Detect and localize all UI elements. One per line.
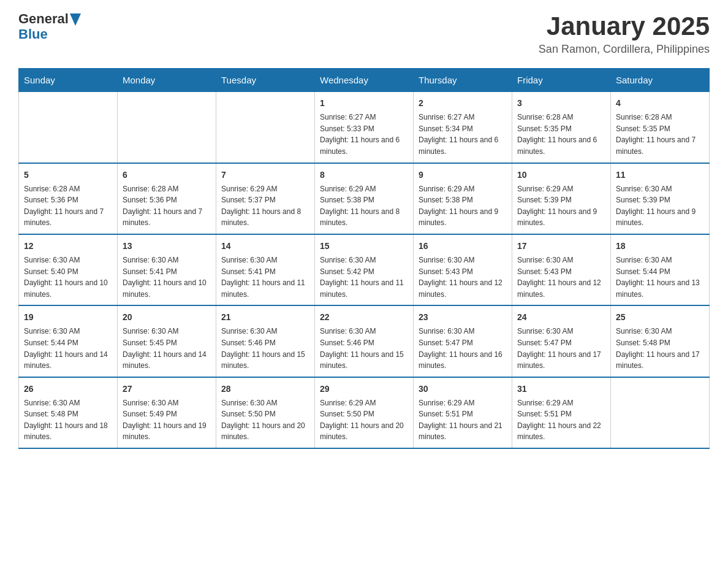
header-day-thursday: Thursday <box>414 69 512 92</box>
day-number: 15 <box>320 240 408 253</box>
calendar-cell: 13Sunrise: 6:30 AM Sunset: 5:41 PM Dayli… <box>118 234 216 305</box>
day-info: Sunrise: 6:29 AM Sunset: 5:51 PM Dayligh… <box>419 397 507 443</box>
header-row: SundayMondayTuesdayWednesdayThursdayFrid… <box>19 69 710 92</box>
day-number: 1 <box>320 97 408 110</box>
day-info: Sunrise: 6:30 AM Sunset: 5:46 PM Dayligh… <box>221 326 309 371</box>
calendar-cell: 8Sunrise: 6:29 AM Sunset: 5:38 PM Daylig… <box>315 163 414 234</box>
header-day-saturday: Saturday <box>611 69 710 92</box>
day-info: Sunrise: 6:27 AM Sunset: 5:33 PM Dayligh… <box>320 112 408 157</box>
calendar-cell: 5Sunrise: 6:28 AM Sunset: 5:36 PM Daylig… <box>19 163 118 234</box>
day-info: Sunrise: 6:29 AM Sunset: 5:39 PM Dayligh… <box>517 183 605 229</box>
day-number: 22 <box>320 311 408 324</box>
calendar-header: SundayMondayTuesdayWednesdayThursdayFrid… <box>19 69 710 92</box>
calendar-cell <box>19 92 118 163</box>
calendar-cell: 11Sunrise: 6:30 AM Sunset: 5:39 PM Dayli… <box>611 163 710 234</box>
calendar-cell: 15Sunrise: 6:30 AM Sunset: 5:42 PM Dayli… <box>315 234 414 305</box>
day-number: 28 <box>221 383 309 396</box>
day-number: 19 <box>24 311 112 324</box>
day-info: Sunrise: 6:30 AM Sunset: 5:40 PM Dayligh… <box>24 255 112 300</box>
calendar-cell: 26Sunrise: 6:30 AM Sunset: 5:48 PM Dayli… <box>19 377 118 448</box>
day-info: Sunrise: 6:30 AM Sunset: 5:49 PM Dayligh… <box>123 397 211 443</box>
day-info: Sunrise: 6:29 AM Sunset: 5:38 PM Dayligh… <box>419 183 507 229</box>
day-info: Sunrise: 6:29 AM Sunset: 5:50 PM Dayligh… <box>320 397 408 443</box>
day-info: Sunrise: 6:30 AM Sunset: 5:47 PM Dayligh… <box>419 326 507 371</box>
day-info: Sunrise: 6:30 AM Sunset: 5:50 PM Dayligh… <box>221 397 309 443</box>
calendar-table: SundayMondayTuesdayWednesdayThursdayFrid… <box>18 68 710 449</box>
calendar-cell: 4Sunrise: 6:28 AM Sunset: 5:35 PM Daylig… <box>611 92 710 163</box>
calendar-cell: 23Sunrise: 6:30 AM Sunset: 5:47 PM Dayli… <box>414 305 512 377</box>
day-info: Sunrise: 6:30 AM Sunset: 5:44 PM Dayligh… <box>616 255 704 300</box>
day-info: Sunrise: 6:28 AM Sunset: 5:35 PM Dayligh… <box>616 112 704 157</box>
day-info: Sunrise: 6:30 AM Sunset: 5:46 PM Dayligh… <box>320 326 408 371</box>
day-info: Sunrise: 6:28 AM Sunset: 5:36 PM Dayligh… <box>24 183 112 229</box>
calendar-cell: 9Sunrise: 6:29 AM Sunset: 5:38 PM Daylig… <box>414 163 512 234</box>
calendar-cell: 17Sunrise: 6:30 AM Sunset: 5:43 PM Dayli… <box>512 234 611 305</box>
day-info: Sunrise: 6:30 AM Sunset: 5:41 PM Dayligh… <box>123 255 211 300</box>
page-header: General Blue January 2025 San Ramon, Cor… <box>18 12 710 56</box>
header-day-friday: Friday <box>512 69 611 92</box>
day-number: 8 <box>320 169 408 182</box>
day-info: Sunrise: 6:28 AM Sunset: 5:35 PM Dayligh… <box>517 112 605 157</box>
week-row-2: 5Sunrise: 6:28 AM Sunset: 5:36 PM Daylig… <box>19 163 710 234</box>
day-number: 6 <box>123 169 211 182</box>
day-number: 5 <box>24 169 112 182</box>
day-info: Sunrise: 6:28 AM Sunset: 5:36 PM Dayligh… <box>123 183 211 229</box>
day-number: 11 <box>616 169 704 182</box>
day-number: 2 <box>419 97 507 110</box>
day-info: Sunrise: 6:27 AM Sunset: 5:34 PM Dayligh… <box>419 112 507 157</box>
day-number: 18 <box>616 240 704 253</box>
calendar-cell: 12Sunrise: 6:30 AM Sunset: 5:40 PM Dayli… <box>19 234 118 305</box>
calendar-body: 1Sunrise: 6:27 AM Sunset: 5:33 PM Daylig… <box>19 92 710 448</box>
day-number: 20 <box>123 311 211 324</box>
week-row-5: 26Sunrise: 6:30 AM Sunset: 5:48 PM Dayli… <box>19 377 710 448</box>
logo-blue: Blue <box>18 26 48 42</box>
header-day-monday: Monday <box>118 69 216 92</box>
calendar-cell: 29Sunrise: 6:29 AM Sunset: 5:50 PM Dayli… <box>315 377 414 448</box>
title-section: January 2025 San Ramon, Cordillera, Phil… <box>539 12 710 56</box>
header-day-sunday: Sunday <box>19 69 118 92</box>
day-info: Sunrise: 6:30 AM Sunset: 5:43 PM Dayligh… <box>517 255 605 300</box>
day-number: 9 <box>419 169 507 182</box>
logo: General Blue <box>18 12 81 41</box>
calendar-cell: 22Sunrise: 6:30 AM Sunset: 5:46 PM Dayli… <box>315 305 414 377</box>
day-info: Sunrise: 6:29 AM Sunset: 5:38 PM Dayligh… <box>320 183 408 229</box>
calendar-cell: 2Sunrise: 6:27 AM Sunset: 5:34 PM Daylig… <box>414 92 512 163</box>
week-row-4: 19Sunrise: 6:30 AM Sunset: 5:44 PM Dayli… <box>19 305 710 377</box>
calendar-cell <box>611 377 710 448</box>
calendar-cell: 31Sunrise: 6:29 AM Sunset: 5:51 PM Dayli… <box>512 377 611 448</box>
day-info: Sunrise: 6:30 AM Sunset: 5:45 PM Dayligh… <box>123 326 211 371</box>
day-number: 21 <box>221 311 309 324</box>
day-number: 17 <box>517 240 605 253</box>
day-info: Sunrise: 6:30 AM Sunset: 5:41 PM Dayligh… <box>221 255 309 300</box>
day-info: Sunrise: 6:30 AM Sunset: 5:47 PM Dayligh… <box>517 326 605 371</box>
calendar-cell: 24Sunrise: 6:30 AM Sunset: 5:47 PM Dayli… <box>512 305 611 377</box>
day-number: 27 <box>123 383 211 396</box>
calendar-cell: 18Sunrise: 6:30 AM Sunset: 5:44 PM Dayli… <box>611 234 710 305</box>
calendar-cell: 7Sunrise: 6:29 AM Sunset: 5:37 PM Daylig… <box>216 163 315 234</box>
calendar-cell: 30Sunrise: 6:29 AM Sunset: 5:51 PM Dayli… <box>414 377 512 448</box>
day-number: 29 <box>320 383 408 396</box>
calendar-cell: 27Sunrise: 6:30 AM Sunset: 5:49 PM Dayli… <box>118 377 216 448</box>
day-number: 13 <box>123 240 211 253</box>
calendar-cell <box>118 92 216 163</box>
calendar-cell: 16Sunrise: 6:30 AM Sunset: 5:43 PM Dayli… <box>414 234 512 305</box>
calendar-cell: 25Sunrise: 6:30 AM Sunset: 5:48 PM Dayli… <box>611 305 710 377</box>
logo-general: General <box>18 11 69 26</box>
day-number: 7 <box>221 169 309 182</box>
calendar-cell: 6Sunrise: 6:28 AM Sunset: 5:36 PM Daylig… <box>118 163 216 234</box>
header-day-tuesday: Tuesday <box>216 69 315 92</box>
week-row-3: 12Sunrise: 6:30 AM Sunset: 5:40 PM Dayli… <box>19 234 710 305</box>
logo-arrow-icon <box>70 13 81 26</box>
day-number: 10 <box>517 169 605 182</box>
calendar-cell: 28Sunrise: 6:30 AM Sunset: 5:50 PM Dayli… <box>216 377 315 448</box>
calendar-cell: 19Sunrise: 6:30 AM Sunset: 5:44 PM Dayli… <box>19 305 118 377</box>
calendar-cell: 3Sunrise: 6:28 AM Sunset: 5:35 PM Daylig… <box>512 92 611 163</box>
day-number: 12 <box>24 240 112 253</box>
day-number: 25 <box>616 311 704 324</box>
day-info: Sunrise: 6:30 AM Sunset: 5:43 PM Dayligh… <box>419 255 507 300</box>
day-info: Sunrise: 6:30 AM Sunset: 5:39 PM Dayligh… <box>616 183 704 229</box>
week-row-1: 1Sunrise: 6:27 AM Sunset: 5:33 PM Daylig… <box>19 92 710 163</box>
month-title: January 2025 <box>539 12 710 40</box>
svg-marker-0 <box>70 13 81 26</box>
day-number: 30 <box>419 383 507 396</box>
